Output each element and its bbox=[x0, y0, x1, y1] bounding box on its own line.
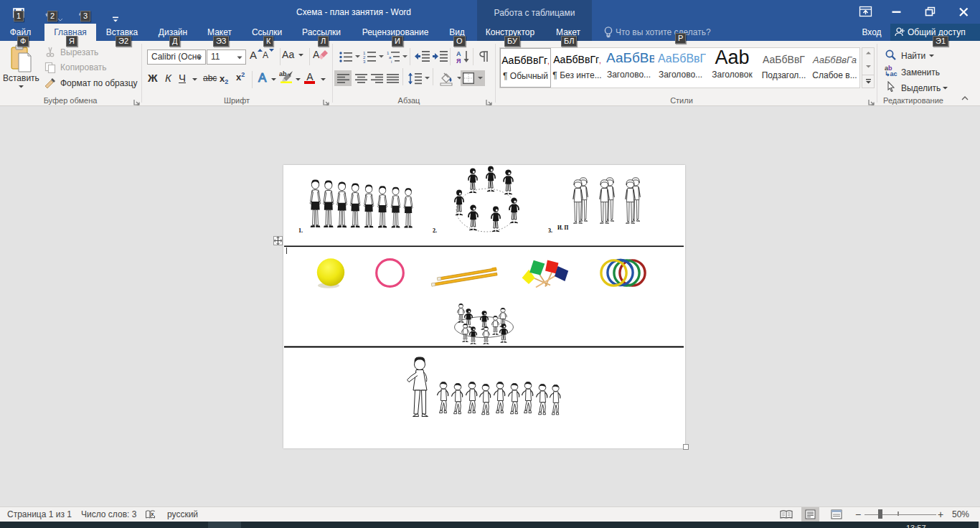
svg-text:2.: 2. bbox=[433, 227, 437, 234]
svg-text:3.: 3. bbox=[548, 227, 552, 234]
svg-text:1.: 1. bbox=[298, 227, 303, 234]
svg-text:x: x bbox=[151, 512, 154, 517]
svg-text:И. П: И. П bbox=[557, 225, 569, 231]
